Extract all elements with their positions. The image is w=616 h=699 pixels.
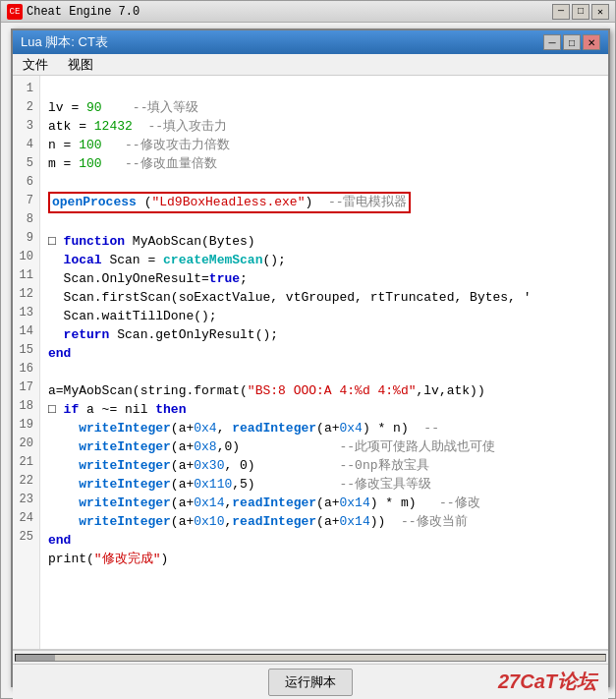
outer-titlebar: CE Cheat Engine 7.0 ─ □ ✕ [1,1,615,23]
inner-titlebar: Lua 脚本: CT表 ─ □ ✕ [13,30,608,54]
inner-title: Lua 脚本: CT表 [21,33,537,51]
code-line-1: lv = 90 --填入等级 [48,100,198,115]
line-num-19: 19 [13,416,39,435]
line-num-10: 10 [13,248,39,266]
line-num-16: 16 [13,360,39,379]
line-num-6: 6 [13,173,39,192]
code-line-5 [48,175,56,190]
line-num-20: 20 [13,435,39,453]
code-line-10: Scan.OnlyOneResult=true; [48,271,248,286]
code-line-22: writeInteger(a+0x14,readInteger(a+0x14) … [48,495,480,510]
outer-minimize-button[interactable]: ─ [552,4,570,20]
code-line-16: a=MyAobScan(string.format("BS:8 OOO:A 4:… [48,383,485,398]
menubar: 文件 视图 [13,54,608,76]
line-num-21: 21 [13,453,39,472]
line-num-8: 8 [13,210,39,229]
scrollbar-thumb[interactable] [16,655,55,661]
code-line-20: writeInteger(a+0x30, 0) --0np释放宝具 [48,458,429,473]
code-area[interactable]: lv = 90 --填入等级 atk = 12432 --填入攻击力 n = 1… [40,76,608,649]
run-script-button[interactable]: 运行脚本 [268,669,353,696]
code-line-18: writeInteger(a+0x4, readInteger(a+0x4) *… [48,421,439,436]
line-num-2: 2 [13,98,39,117]
line-num-7: 7 [13,192,39,210]
watermark: 27CaT论坛 [498,670,596,692]
horizontal-scrollbar[interactable] [13,650,608,664]
inner-close-button[interactable]: ✕ [583,34,600,50]
line-num-18: 18 [13,397,39,416]
line-num-22: 22 [13,472,39,491]
ce-icon: CE [7,4,23,20]
code-line-17: □ if a ~= nil then [48,402,186,417]
scrollbar-track[interactable] [15,654,606,662]
code-line-13: return Scan.getOnlyResult(); [48,327,278,342]
outer-maximize-button[interactable]: □ [572,4,589,20]
code-line-6: openProcess ("Ld9BoxHeadless.exe") --雷电模… [48,195,411,209]
line-num-12: 12 [13,285,39,304]
line-num-1: 1 [13,80,39,98]
line-num-3: 3 [13,117,39,136]
line-num-17: 17 [13,379,39,397]
outer-title: Cheat Engine 7.0 [27,5,548,19]
inner-window: Lua 脚本: CT表 ─ □ ✕ 文件 视图 1 2 3 4 5 6 7 8 … [11,29,610,687]
outer-window: CE Cheat Engine 7.0 ─ □ ✕ Lua 脚本: CT表 ─ … [0,0,616,699]
inner-maximize-button[interactable]: □ [563,34,581,50]
outer-close-button[interactable]: ✕ [591,4,609,20]
code-line-8: □ function MyAobScan(Bytes) [48,234,255,249]
code-line-2: atk = 12432 --填入攻击力 [48,119,227,134]
code-line-4: m = 100 --修改血量倍数 [48,156,217,171]
code-line-12: Scan.waitTillDone(); [48,309,217,323]
line-num-9: 9 [13,229,39,248]
outer-window-buttons: ─ □ ✕ [552,4,609,20]
code-line-24: end [48,533,71,548]
line-num-15: 15 [13,341,39,360]
code-line-9: local Scan = createMemScan(); [48,253,286,267]
code-line-11: Scan.firstScan(soExactValue, vtGrouped, … [48,290,532,305]
code-container: 1 2 3 4 5 6 7 8 9 10 11 12 13 14 15 16 1… [13,76,608,650]
code-line-14: end [48,346,71,361]
code-line-7 [48,215,56,230]
line-num-13: 13 [13,304,39,322]
code-line-15 [48,365,56,379]
line-num-23: 23 [13,491,39,509]
menu-view[interactable]: 视图 [62,54,99,76]
code-line-3: n = 100 --修改攻击力倍数 [48,138,230,152]
bottom-bar: 运行脚本 27CaT论坛 [13,664,608,699]
line-num-5: 5 [13,154,39,173]
line-num-24: 24 [13,509,39,528]
code-line-25: print("修改完成") [48,552,168,566]
line-num-14: 14 [13,322,39,341]
line-num-11: 11 [13,266,39,285]
menu-file[interactable]: 文件 [17,54,54,76]
code-line-19: writeInteger(a+0x8,0) --此项可使路人助战也可使 [48,439,495,454]
code-line-21: writeInteger(a+0x110,5) --修改宝具等级 [48,477,431,492]
line-num-25: 25 [13,528,39,547]
inner-window-buttons: ─ □ ✕ [543,34,600,50]
code-line-23: writeInteger(a+0x10,readInteger(a+0x14))… [48,514,468,529]
line-num-4: 4 [13,136,39,154]
line-numbers: 1 2 3 4 5 6 7 8 9 10 11 12 13 14 15 16 1… [13,76,40,649]
inner-minimize-button[interactable]: ─ [543,34,561,50]
